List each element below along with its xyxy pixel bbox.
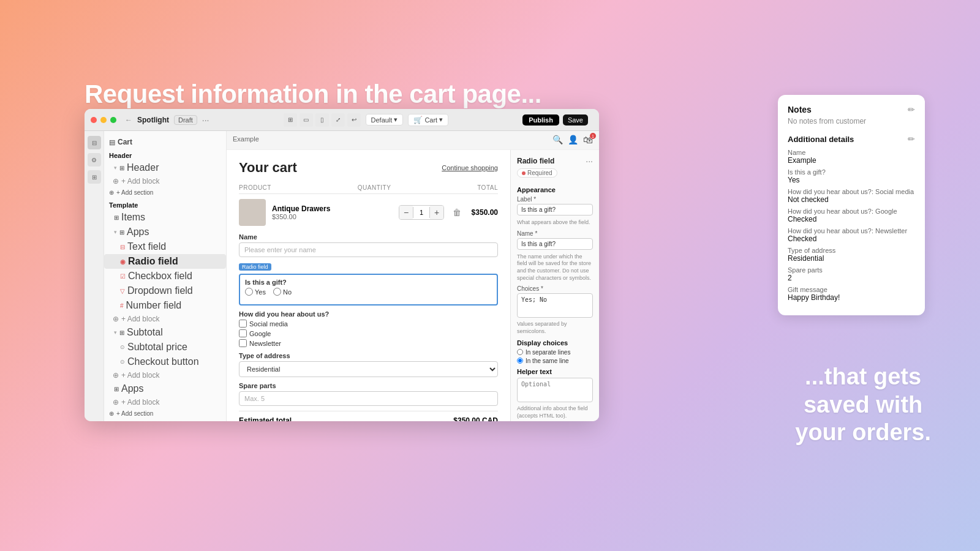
sidebar-cart-heading[interactable]: ▤ Cart bbox=[104, 136, 226, 148]
sidebar-checkbox-field[interactable]: ☑ Checkbox field bbox=[104, 269, 226, 283]
details-container: Name Example Is this a gift? Yes How did… bbox=[788, 149, 915, 302]
notes-edit-icon[interactable]: ✏ bbox=[908, 105, 915, 114]
user-icon[interactable]: 👤 bbox=[568, 135, 578, 146]
qty-increase[interactable]: + bbox=[430, 206, 443, 219]
detail-row: How did you hear about us?: Social media… bbox=[788, 188, 915, 204]
add-section-btn-2[interactable]: ⊕+ Add section bbox=[104, 408, 226, 419]
name-input[interactable]: Please enter your name bbox=[239, 242, 498, 257]
cart-bag-icon[interactable]: 🛍 1 bbox=[583, 135, 593, 146]
save-button[interactable]: Save bbox=[563, 114, 588, 126]
additional-details-edit-icon[interactable]: ✏ bbox=[908, 134, 915, 144]
additional-details-title: Additional details bbox=[788, 135, 854, 144]
choices-textarea[interactable]: Yes; No bbox=[517, 293, 593, 318]
remove-item-icon[interactable]: 🗑 bbox=[453, 208, 461, 217]
no-option[interactable]: No bbox=[273, 288, 292, 296]
sidebar-apps-1[interactable]: ▾ ⊞ Apps bbox=[104, 225, 226, 239]
same-line-option[interactable]: In the same line bbox=[517, 358, 593, 364]
add-block-btn-1[interactable]: ⊕+ Add block bbox=[104, 175, 226, 187]
cart-badge-count: 1 bbox=[590, 133, 596, 139]
name-field-label: Name bbox=[239, 233, 498, 241]
sidebar-header-item[interactable]: ▾ ⊞ Header bbox=[104, 160, 226, 175]
separate-lines-option[interactable]: In separate lines bbox=[517, 349, 593, 356]
close-dot[interactable] bbox=[91, 117, 97, 123]
minimize-dot[interactable] bbox=[100, 117, 107, 123]
choices-field-label: Choices * bbox=[517, 285, 593, 292]
required-badge: Required bbox=[517, 168, 557, 178]
grid-icon-2: ⊞ bbox=[114, 214, 119, 221]
add-block-btn-3[interactable]: ⊕+ Add block bbox=[104, 369, 226, 381]
checkout-btn-icon: ⊙ bbox=[120, 359, 125, 365]
sidebar-apps-2[interactable]: ⊞ Apps bbox=[104, 381, 226, 396]
inner-layout: ⊟ ⚙ ⊞ ▤ Cart Header ▾ ⊞ Header ⊕+ bbox=[85, 131, 599, 421]
google-option[interactable]: Google bbox=[239, 329, 498, 337]
hero-title: Request information in the cart page... bbox=[85, 80, 541, 109]
detail-key: Spare parts bbox=[788, 266, 915, 274]
publish-button[interactable]: Publish bbox=[522, 114, 559, 126]
sidebar-checkout-button[interactable]: ⊙ Checkout button bbox=[104, 354, 226, 369]
subtotal-icon: ⊞ bbox=[119, 329, 124, 336]
sidebar-icon-apps[interactable]: ⊞ bbox=[88, 170, 101, 184]
browser-toolbar: ← Spotlight Draft ··· ⊞ ▭ ▯ ⤢ ↩ Default … bbox=[85, 109, 599, 131]
cart-item-row: Antique Drawers $350.00 − 1 + 🗑 $350.00 bbox=[239, 199, 498, 226]
label-input[interactable] bbox=[517, 204, 593, 216]
preview-expand-icon[interactable]: ⤢ bbox=[331, 113, 345, 127]
sidebar-radio-field[interactable]: ◉ Radio field bbox=[104, 254, 226, 269]
detail-value: 2 bbox=[788, 274, 915, 282]
appearance-section-title: Appearance bbox=[517, 186, 593, 193]
maximize-dot[interactable] bbox=[110, 117, 116, 123]
detail-row: Name Example bbox=[788, 149, 915, 165]
add-section-btn-1[interactable]: ⊕+ Add section bbox=[104, 187, 226, 198]
number-field-icon: # bbox=[120, 302, 124, 309]
yes-option[interactable]: Yes bbox=[245, 288, 266, 296]
chevron-down-icon-subtotal: ▾ bbox=[114, 329, 117, 335]
dropdown-field-icon: ▽ bbox=[120, 288, 125, 294]
sidebar-icon-settings[interactable]: ⚙ bbox=[88, 153, 101, 167]
sidebar-dropdown-field[interactable]: ▽ Dropdown field bbox=[104, 283, 226, 298]
newsletter-option[interactable]: Newsletter bbox=[239, 339, 498, 347]
gift-radio-group: Yes No bbox=[245, 288, 492, 296]
qty-decrease[interactable]: − bbox=[399, 206, 413, 219]
hear-about-group: Social media Google Newsletter bbox=[239, 320, 498, 347]
sidebar-icon-bar: ⊟ ⚙ ⊞ bbox=[85, 131, 104, 421]
address-select[interactable]: Residential bbox=[239, 361, 498, 377]
detail-value: Example bbox=[788, 156, 915, 165]
sidebar-number-field[interactable]: # Number field bbox=[104, 298, 226, 313]
text-field-icon: ⊟ bbox=[120, 244, 125, 250]
spare-input[interactable]: Max. 5 bbox=[239, 391, 498, 406]
sidebar-text-field[interactable]: ⊟ Text field bbox=[104, 239, 226, 254]
default-selector[interactable]: Default ▾ bbox=[366, 114, 404, 126]
detail-key: How did you hear about us?: Newsletter bbox=[788, 227, 915, 234]
cart-preview-topbar: Example 🔍 👤 🛍 1 bbox=[227, 131, 599, 150]
more-options-icon[interactable]: ··· bbox=[202, 115, 209, 125]
grid-icon: ⊞ bbox=[119, 165, 124, 171]
continue-shopping-link[interactable]: Continue shopping bbox=[442, 164, 498, 171]
sidebar-subtotal[interactable]: ▾ ⊞ Subtotal bbox=[104, 325, 226, 340]
product-price: $350.00 bbox=[272, 213, 393, 220]
topbar-selectors: ⊞ ▭ ▯ ⤢ ↩ Default ▾ 🛒 Cart ▾ bbox=[284, 113, 449, 127]
search-icon[interactable]: 🔍 bbox=[552, 135, 563, 146]
name-input-panel[interactable] bbox=[517, 238, 593, 250]
back-icon[interactable]: ← bbox=[125, 116, 132, 124]
sidebar-icon-sections[interactable]: ⊟ bbox=[88, 136, 101, 149]
hero-subtitle: ...that gets saved with your orders. bbox=[795, 363, 931, 447]
add-block-btn-2[interactable]: ⊕+ Add block bbox=[104, 313, 226, 325]
detail-value: Not checked bbox=[788, 195, 915, 204]
add-block-btn-4[interactable]: ⊕+ Add block bbox=[104, 396, 226, 408]
sidebar-subtotal-price[interactable]: ⊙ Subtotal price bbox=[104, 340, 226, 354]
undo-icon[interactable]: ↩ bbox=[347, 113, 361, 127]
panel-title: Radio field bbox=[517, 157, 554, 165]
cart-selector[interactable]: 🛒 Cart ▾ bbox=[408, 114, 448, 126]
cart-preview-content: Your cart Continue shopping PRODUCT QUAN… bbox=[227, 150, 510, 421]
preview-mobile-icon[interactable]: ▯ bbox=[315, 113, 329, 127]
preview-tablet-icon[interactable]: ▭ bbox=[300, 113, 313, 127]
panel-more-icon[interactable]: ··· bbox=[586, 156, 593, 166]
social-media-option[interactable]: Social media bbox=[239, 320, 498, 328]
draft-badge: Draft bbox=[174, 115, 197, 125]
properties-panel: Radio field ··· Required Appearance Labe… bbox=[510, 150, 599, 421]
preview-desktop-icon[interactable]: ⊞ bbox=[284, 113, 297, 127]
estimated-total-label: Estimated total bbox=[239, 416, 292, 421]
detail-row: Spare parts 2 bbox=[788, 266, 915, 282]
estimated-total-value: $350.00 CAD bbox=[453, 416, 498, 421]
sidebar-items-item[interactable]: ⊞ Items bbox=[104, 210, 226, 225]
helper-text-area[interactable] bbox=[517, 378, 593, 402]
